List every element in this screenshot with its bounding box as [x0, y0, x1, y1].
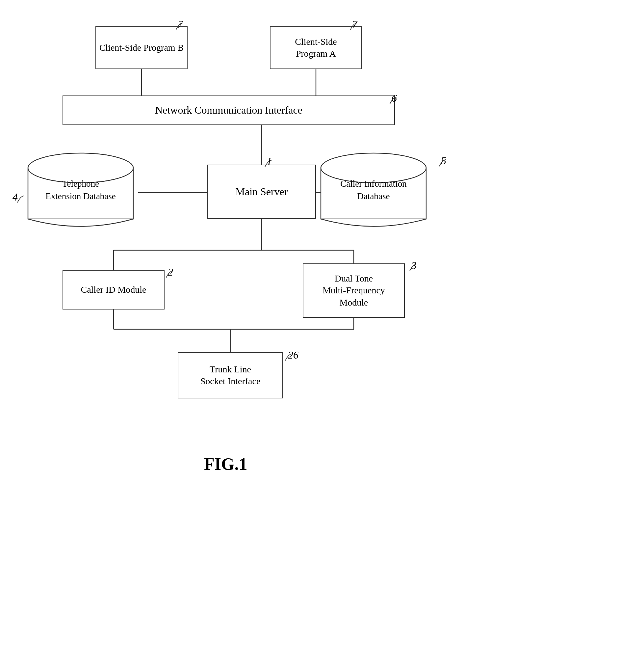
tick-1	[263, 159, 273, 169]
fig-label: FIG.1	[204, 454, 247, 474]
network-interface-box: Network Communication Interface	[62, 96, 395, 125]
tick-2	[164, 269, 174, 279]
dtmf-box: Dual ToneMulti-FrequencyModule	[303, 263, 405, 318]
client-b-label: Client-Side Program B	[99, 42, 184, 54]
main-server-box: Main Server	[207, 165, 316, 219]
dtmf-label: Dual ToneMulti-FrequencyModule	[323, 273, 385, 309]
tick-4	[16, 194, 26, 204]
client-b-box: Client-Side Program B	[96, 26, 187, 69]
caller-id-box: Caller ID Module	[62, 270, 164, 310]
tick-6	[388, 96, 398, 105]
trunk-line-label: Trunk LineSocket Interface	[201, 363, 261, 388]
tick-3	[408, 263, 418, 273]
caller-info-db-cylinder: Caller InformationDatabase	[319, 151, 428, 227]
diagram: Client-Side Program B 7 Client-SideProgr…	[0, 0, 644, 646]
tick-5	[438, 158, 447, 168]
tel-ext-db-cylinder: TelephoneExtension Database	[26, 151, 135, 227]
tick-b	[174, 21, 184, 31]
main-server-label: Main Server	[235, 185, 288, 199]
client-a-box: Client-SideProgram A	[270, 26, 362, 69]
tel-ext-db-label: TelephoneExtension Database	[26, 178, 135, 203]
caller-info-db-label: Caller InformationDatabase	[319, 178, 428, 203]
tick-26	[284, 352, 293, 362]
tick-a	[349, 21, 359, 31]
network-interface-label: Network Communication Interface	[155, 103, 302, 117]
caller-id-label: Caller ID Module	[81, 284, 146, 296]
client-a-label: Client-SideProgram A	[295, 36, 337, 60]
trunk-line-box: Trunk LineSocket Interface	[178, 352, 283, 398]
